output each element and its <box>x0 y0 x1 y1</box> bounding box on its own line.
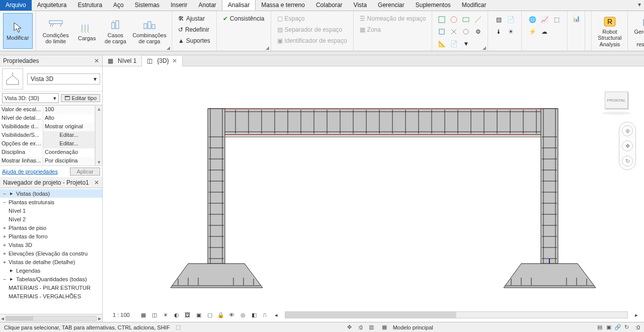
report-icon[interactable]: 📄 <box>505 14 516 25</box>
tree-node[interactable]: ▸Legendas <box>0 266 102 275</box>
property-value[interactable]: 100 <box>43 106 95 114</box>
tab-anotar[interactable]: Anotar <box>193 0 221 11</box>
crop-icon[interactable]: ▣ <box>194 310 203 319</box>
tree-node[interactable]: +Vistas de detalhe (Detalhe) <box>0 258 102 266</box>
tab-arquitetura[interactable]: Arquitetura <box>32 0 72 11</box>
lock-icon[interactable]: 🔒 <box>216 310 225 319</box>
adjust-button[interactable]: 🛠Ajustar <box>175 13 208 24</box>
tool-icon[interactable]: ▼ <box>460 38 471 49</box>
property-value[interactable]: Coordenação <box>43 148 95 157</box>
boundary-conditions-button[interactable]: Condições do limite <box>39 13 72 49</box>
tab-inserir[interactable]: Inserir <box>165 0 193 11</box>
scroll-left-icon[interactable]: ◂ <box>272 310 281 319</box>
visual-style-icon[interactable]: ◫ <box>150 310 159 319</box>
optimize-icon[interactable]: 📊 <box>571 13 582 24</box>
tree-twisty-icon[interactable]: + <box>2 225 7 231</box>
property-row[interactable]: Valor de escal...100 <box>0 106 95 114</box>
property-edit-button[interactable]: Editar... <box>43 131 95 140</box>
scroll-thumb[interactable] <box>285 312 456 318</box>
tree-node[interactable]: MATERIAIS - VERGALHÕES <box>0 292 102 300</box>
constraints-icon[interactable]: ⎍ <box>261 310 270 319</box>
tree-node[interactable]: −▸Vistas (todas) <box>0 189 102 198</box>
panel-launcher-icon[interactable]: ◢ <box>167 45 170 50</box>
tree-node[interactable]: −▸Tabelas/Quantidades (todas) <box>0 275 102 283</box>
design-options-icon[interactable]: ▣ <box>604 323 613 332</box>
panel-launcher-icon[interactable]: ◢ <box>266 45 269 50</box>
tab-vista[interactable]: Vista <box>348 0 372 11</box>
filter-icon[interactable]: ▥ <box>367 323 376 332</box>
tool-icon[interactable] <box>460 26 471 37</box>
nav-pan-icon[interactable]: ✥ <box>622 140 633 151</box>
workset-icon[interactable]: ▤ <box>595 323 604 332</box>
analytical-icon[interactable]: ◧ <box>250 310 259 319</box>
property-value[interactable]: Por disciplina <box>43 157 95 165</box>
view-canvas[interactable]: FRONTAL ⊚ ✥ ↻ <box>103 66 644 322</box>
tree-node[interactable]: −Plantas estruturais <box>0 198 102 206</box>
view-hscroll[interactable] <box>285 311 628 318</box>
scroll-up-icon[interactable]: ▴ <box>98 106 101 112</box>
tree-node[interactable]: +Plantas de forro <box>0 232 102 240</box>
tree-twisty-icon[interactable]: + <box>2 251 7 257</box>
property-edit-button[interactable]: Editar... <box>43 140 95 148</box>
browser-hscroll[interactable]: ◂ ▸ <box>0 314 102 322</box>
tree-twisty-icon[interactable]: − <box>2 199 7 205</box>
property-row[interactable]: Visibilidade d...Mostrar original <box>0 123 95 131</box>
tool-icon[interactable] <box>436 14 447 25</box>
doctab-3d[interactable]: ◫ {3D} ✕ <box>142 56 182 66</box>
tool-icon[interactable]: 📄 <box>448 38 459 49</box>
type-selector[interactable]: Vista 3D ▾ <box>27 73 100 85</box>
tree-node[interactable]: +Elevações (Elevação da constru <box>0 249 102 258</box>
tab-massa[interactable]: Massa e terreno <box>256 0 310 11</box>
properties-help-link[interactable]: Ajuda de propriedades <box>2 169 58 175</box>
tree-node[interactable]: Nível 1 <box>0 206 102 215</box>
tab-colaborar[interactable]: Colaborar <box>310 0 348 11</box>
tool-icon[interactable] <box>436 26 447 37</box>
crop-region-icon[interactable]: ▢ <box>205 310 214 319</box>
tool-icon[interactable]: 📐 <box>436 38 447 49</box>
temp-hide-icon[interactable]: 👁 <box>227 310 236 319</box>
scroll-down-icon[interactable]: ▾ <box>98 159 101 165</box>
consistency-button[interactable]: ✔Consistência <box>220 13 268 24</box>
tab-file[interactable]: Arquivo <box>0 0 32 11</box>
tree-node[interactable]: MATERIAIS - PILAR ESTRUTUR <box>0 283 102 292</box>
edit-type-button[interactable]: 🗔Editar tipo <box>61 94 100 102</box>
tab-aco[interactable]: Aço <box>108 0 129 11</box>
detail-level-icon[interactable]: ▦ <box>139 310 148 319</box>
tool-icon[interactable] <box>448 14 459 25</box>
close-icon[interactable]: ✕ <box>94 57 99 64</box>
energy-icon[interactable]: ⚡ <box>527 26 538 37</box>
tabs-dropdown-icon[interactable]: ▾ <box>638 1 641 8</box>
close-icon[interactable]: ✕ <box>94 179 99 186</box>
sync-icon[interactable]: ↻ <box>622 323 631 332</box>
tab-estrutura[interactable]: Estrutura <box>72 0 108 11</box>
property-row[interactable]: Mostrar linhas...Por disciplina <box>0 157 95 165</box>
reveal-icon[interactable]: ◎ <box>238 310 248 319</box>
view-instance-selector[interactable]: Vista 3D: {3D} ▾ <box>2 93 59 103</box>
supports-button[interactable]: ▲Suportes <box>175 35 213 46</box>
select-icon[interactable]: ✥ <box>345 323 354 332</box>
view-cube-face[interactable]: FRONTAL <box>605 92 628 109</box>
model-icon[interactable]: ▦ <box>380 323 389 332</box>
tree-twisty-icon[interactable]: + <box>2 233 7 239</box>
property-row[interactable]: Opções de exi...Editar... <box>0 140 95 148</box>
cloud-icon[interactable]: ☁ <box>539 26 550 37</box>
load-cases-button[interactable]: Casos de carga <box>102 13 129 49</box>
tab-analisar[interactable]: Analisar <box>222 0 256 11</box>
sun-path-icon[interactable]: ☀ <box>161 310 170 319</box>
nav-zoom-icon[interactable]: ⊚ <box>622 125 633 136</box>
property-value[interactable]: Mostrar original <box>43 123 95 131</box>
globe-icon[interactable]: 🌐 <box>527 14 538 25</box>
gen-icon[interactable]: ⬚ <box>551 14 562 25</box>
schedule-icon[interactable]: ▤ <box>493 14 504 25</box>
tree-twisty-icon[interactable]: + <box>2 242 7 248</box>
close-icon[interactable]: ✕ <box>172 57 177 64</box>
heat-icon[interactable]: 🌡 <box>493 26 504 37</box>
tool-icon[interactable] <box>472 14 484 25</box>
tree-node[interactable]: +Vistas 3D <box>0 240 102 249</box>
apply-button[interactable]: Aplicar <box>70 168 100 176</box>
shadows-icon[interactable]: ◐ <box>172 310 181 319</box>
tree-node[interactable]: +Plantas de piso <box>0 223 102 232</box>
tree-node[interactable]: Nível 2 <box>0 215 102 223</box>
property-row[interactable]: DisciplinaCoordenação <box>0 148 95 157</box>
modify-button[interactable]: Modificar <box>3 13 33 49</box>
